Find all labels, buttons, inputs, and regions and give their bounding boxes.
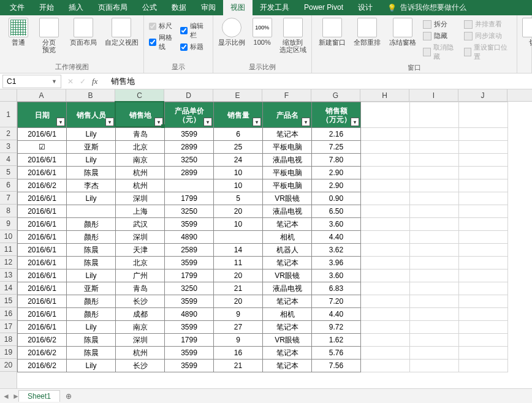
cell[interactable]: 1799: [165, 334, 214, 347]
empty-cell[interactable]: [459, 295, 508, 308]
filter-icon[interactable]: ▾: [105, 118, 114, 126]
col-header-I[interactable]: I: [409, 89, 458, 101]
cell[interactable]: 21: [214, 360, 263, 372]
chk-formula-bar[interactable]: 编辑栏: [180, 21, 208, 40]
unhide-button[interactable]: 取消隐藏: [422, 42, 458, 62]
cell[interactable]: 3599: [165, 347, 214, 360]
cell[interactable]: 3599: [165, 128, 214, 141]
cell[interactable]: 2016/6/1: [18, 282, 67, 295]
cell[interactable]: 青岛: [116, 128, 165, 141]
switch-windows-button[interactable]: 切: [522, 18, 532, 46]
empty-cell[interactable]: [361, 334, 410, 347]
cell[interactable]: 24: [214, 154, 263, 167]
sheet-tab-sheet1[interactable]: Sheet1: [18, 390, 60, 402]
cell[interactable]: 3250: [165, 154, 214, 167]
empty-header[interactable]: [410, 102, 459, 128]
menu-tab-8[interactable]: 开发工具: [253, 0, 297, 15]
cell[interactable]: 6: [214, 128, 263, 141]
cell[interactable]: 3599: [165, 218, 214, 231]
cell[interactable]: 11: [214, 257, 263, 269]
menu-tab-4[interactable]: 公式: [135, 0, 164, 15]
cell[interactable]: 相机: [263, 308, 312, 321]
cell[interactable]: 27: [214, 321, 263, 334]
empty-cell[interactable]: [459, 308, 508, 321]
empty-cell[interactable]: [459, 321, 508, 334]
row-header-9[interactable]: 9: [0, 217, 17, 230]
cell[interactable]: 20: [214, 205, 263, 218]
empty-cell[interactable]: [410, 205, 459, 218]
cell[interactable]: 9: [214, 308, 263, 321]
cell[interactable]: 2.90: [312, 179, 361, 192]
cell[interactable]: 10: [214, 218, 263, 231]
cell[interactable]: 3599: [165, 257, 214, 269]
name-box[interactable]: C1▼: [2, 75, 61, 88]
empty-cell[interactable]: [361, 360, 410, 372]
empty-cell[interactable]: [361, 295, 410, 308]
cell[interactable]: 1.62: [312, 334, 361, 347]
row-header-7[interactable]: 7: [0, 192, 17, 205]
table-header-5[interactable]: 产品名▾: [263, 102, 312, 128]
cell[interactable]: 3.62: [312, 244, 361, 257]
cell[interactable]: 颜彤: [67, 308, 116, 321]
cell[interactable]: [214, 231, 263, 244]
table-header-6[interactable]: 销售额（万元）▾: [312, 102, 361, 128]
empty-cell[interactable]: [459, 192, 508, 205]
empty-cell[interactable]: [459, 128, 508, 141]
cell[interactable]: 3250: [165, 205, 214, 218]
cell[interactable]: 3.96: [312, 257, 361, 269]
cell[interactable]: 4.40: [312, 231, 361, 244]
sync-scroll-button[interactable]: 同步滚动: [463, 31, 512, 41]
cell[interactable]: 7.25: [312, 141, 361, 154]
menu-tab-1[interactable]: 开始: [32, 0, 61, 15]
row-header-6[interactable]: 6: [0, 179, 17, 192]
cell[interactable]: 2.16: [312, 128, 361, 141]
cell[interactable]: 2016/6/1: [18, 269, 67, 282]
menu-tab-2[interactable]: 插入: [61, 0, 91, 15]
enter-formula-icon[interactable]: ✓: [80, 77, 86, 86]
cell[interactable]: 14: [214, 244, 263, 257]
cell[interactable]: 笔记本: [263, 257, 312, 269]
cell[interactable]: 5: [214, 192, 263, 205]
col-header-E[interactable]: E: [213, 89, 262, 101]
empty-cell[interactable]: [459, 257, 508, 269]
cell[interactable]: 青岛: [116, 282, 165, 295]
cell[interactable]: 颜彤: [67, 218, 116, 231]
cell[interactable]: 机器人: [263, 244, 312, 257]
cell[interactable]: 2.90: [312, 167, 361, 179]
cell[interactable]: 上海: [116, 205, 165, 218]
cell[interactable]: 亚斯: [67, 141, 116, 154]
cell[interactable]: Lily: [67, 154, 116, 167]
empty-cell[interactable]: [361, 205, 410, 218]
empty-cell[interactable]: [361, 128, 410, 141]
filter-icon[interactable]: ▾: [302, 118, 310, 126]
freeze-panes-button[interactable]: 冻结窗格: [387, 18, 418, 46]
empty-cell[interactable]: [410, 141, 459, 154]
cell[interactable]: 杭州: [116, 179, 165, 192]
cell[interactable]: 6.83: [312, 282, 361, 295]
empty-cell[interactable]: [361, 308, 410, 321]
cell[interactable]: Lily: [67, 128, 116, 141]
empty-cell[interactable]: [410, 347, 459, 360]
empty-cell[interactable]: [410, 167, 459, 179]
empty-cell[interactable]: [459, 282, 508, 295]
menu-tab-3[interactable]: 页面布局: [91, 0, 135, 15]
empty-cell[interactable]: [361, 244, 410, 257]
empty-cell[interactable]: [459, 269, 508, 282]
cell[interactable]: VR眼镜: [263, 192, 312, 205]
cell[interactable]: 长沙: [116, 360, 165, 372]
cell[interactable]: Lily: [67, 269, 116, 282]
empty-cell[interactable]: [410, 257, 459, 269]
cell[interactable]: 2016/6/2: [18, 347, 67, 360]
cell[interactable]: 杭州: [116, 347, 165, 360]
cell[interactable]: [165, 179, 214, 192]
cell[interactable]: 2016/6/1: [18, 308, 67, 321]
row-header-2[interactable]: 2: [0, 127, 17, 140]
cell[interactable]: 成都: [116, 308, 165, 321]
col-header-H[interactable]: H: [360, 89, 409, 101]
empty-cell[interactable]: [410, 282, 459, 295]
empty-cell[interactable]: [459, 360, 508, 372]
cell[interactable]: Lily: [67, 321, 116, 334]
empty-cell[interactable]: [459, 179, 508, 192]
empty-cell[interactable]: [459, 334, 508, 347]
sheet-nav-arrows[interactable]: ◄►: [2, 392, 20, 401]
